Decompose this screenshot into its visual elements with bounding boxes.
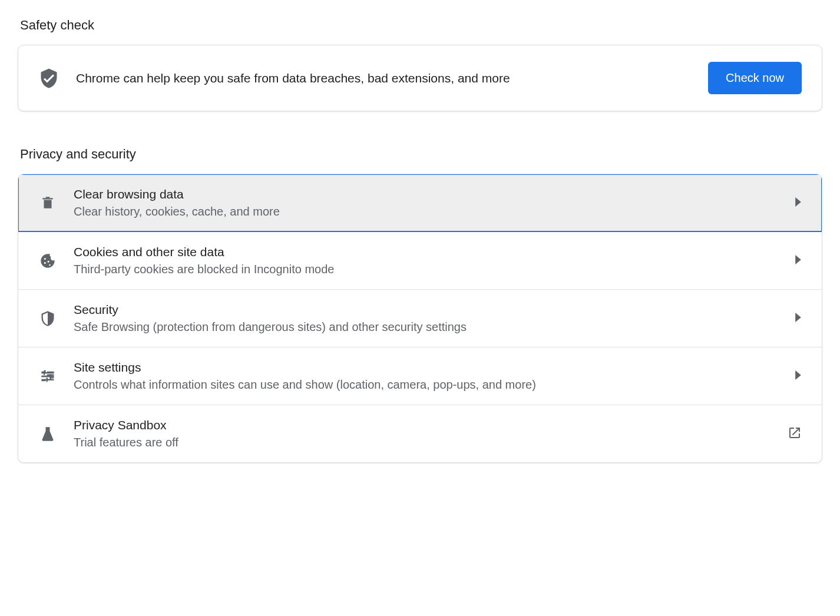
item-sub: Third-party cookies are blocked in Incog…	[74, 263, 778, 276]
svg-rect-4	[42, 372, 54, 373]
item-sub: Trial features are off	[74, 436, 771, 449]
item-title: Security	[74, 303, 778, 317]
item-title: Site settings	[74, 360, 778, 375]
svg-rect-7	[44, 370, 45, 375]
item-title: Privacy Sandbox	[74, 418, 771, 432]
item-title: Cookies and other site data	[74, 245, 778, 259]
chevron-right-icon	[795, 370, 802, 382]
chevron-right-icon	[795, 197, 802, 208]
site-settings-row[interactable]: Site settings Controls what information …	[18, 347, 822, 405]
shield-check-icon	[38, 68, 59, 89]
flask-icon	[38, 426, 57, 442]
external-link-icon	[788, 426, 802, 442]
svg-rect-5	[42, 375, 54, 376]
svg-point-0	[44, 257, 46, 259]
cookie-icon	[38, 253, 57, 269]
privacy-security-card: Clear browsing data Clear history, cooki…	[18, 174, 822, 463]
svg-point-1	[44, 261, 46, 263]
clear-browsing-data-row[interactable]: Clear browsing data Clear history, cooki…	[18, 174, 822, 231]
cookies-site-data-row[interactable]: Cookies and other site data Third-party …	[18, 231, 822, 289]
safety-check-description: Chrome can help keep you safe from data …	[76, 71, 692, 85]
item-title: Clear browsing data	[74, 187, 778, 201]
safety-check-card: Chrome can help keep you safe from data …	[18, 45, 822, 111]
item-sub: Clear history, cookies, cache, and more	[74, 205, 778, 218]
security-row[interactable]: Security Safe Browsing (protection from …	[18, 289, 822, 347]
chevron-right-icon	[795, 255, 802, 266]
sliders-icon	[38, 368, 57, 385]
shield-icon	[38, 310, 57, 327]
svg-point-2	[48, 260, 49, 262]
chevron-right-icon	[795, 313, 802, 324]
item-sub: Safe Browsing (protection from dangerous…	[74, 320, 778, 334]
svg-rect-9	[47, 377, 48, 382]
svg-point-3	[49, 264, 51, 266]
safety-check-header: Safety check	[18, 18, 822, 33]
privacy-security-header: Privacy and security	[18, 147, 822, 162]
check-now-button[interactable]: Check now	[708, 62, 802, 94]
item-sub: Controls what information sites can use …	[74, 378, 778, 392]
svg-rect-8	[50, 374, 51, 378]
trash-icon	[38, 196, 57, 211]
privacy-sandbox-row[interactable]: Privacy Sandbox Trial features are off	[18, 405, 822, 462]
